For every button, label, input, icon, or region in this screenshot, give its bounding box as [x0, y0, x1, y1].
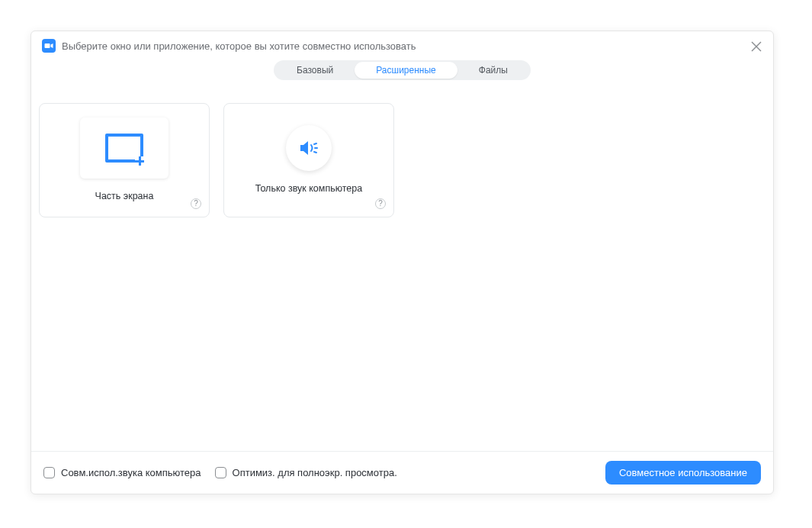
option-label: Часть экрана	[95, 191, 154, 201]
tab-files[interactable]: Файлы	[457, 62, 529, 79]
dialog-footer: Совм.испол.звука компьютера Оптимиз. для…	[31, 451, 773, 494]
svg-line-3	[314, 143, 316, 144]
checkbox-box	[43, 467, 55, 478]
checkbox-optimize-fullscreen[interactable]: Оптимиз. для полноэкр. просмотра.	[215, 467, 397, 478]
svg-line-5	[314, 152, 316, 153]
tab-advanced[interactable]: Расширенные	[355, 62, 457, 79]
dialog-title: Выберите окно или приложение, которое вы…	[62, 40, 416, 52]
tabs-row: Базовый Расширенные Файлы	[31, 57, 773, 89]
speaker-icon	[286, 125, 332, 171]
option-portion-of-screen[interactable]: Часть экрана ?	[39, 103, 210, 217]
tabs-container: Базовый Расширенные Файлы	[274, 60, 531, 80]
checkbox-label: Оптимиз. для полноэкр. просмотра.	[233, 467, 397, 478]
zoom-app-icon	[42, 39, 56, 53]
checkbox-share-computer-sound[interactable]: Совм.испол.звука компьютера	[43, 467, 201, 478]
tab-basic[interactable]: Базовый	[275, 62, 355, 79]
help-icon[interactable]: ?	[375, 198, 386, 209]
share-button[interactable]: Совместное использование	[605, 461, 761, 485]
option-computer-audio-only[interactable]: Только звук компьютера ?	[223, 103, 394, 217]
close-button[interactable]	[750, 40, 762, 53]
checkbox-label: Совм.испол.звука компьютера	[61, 467, 201, 478]
help-icon[interactable]: ?	[191, 198, 201, 209]
checkbox-box	[215, 467, 226, 478]
options-content: Часть экрана ? Только звук компьютера ?	[31, 89, 773, 451]
svg-rect-0	[45, 43, 50, 48]
screen-portion-icon	[80, 118, 168, 179]
share-screen-dialog: Выберите окно или приложение, которое вы…	[30, 31, 774, 494]
titlebar: Выберите окно или приложение, которое вы…	[31, 31, 773, 57]
option-label: Только звук компьютера	[255, 183, 362, 194]
